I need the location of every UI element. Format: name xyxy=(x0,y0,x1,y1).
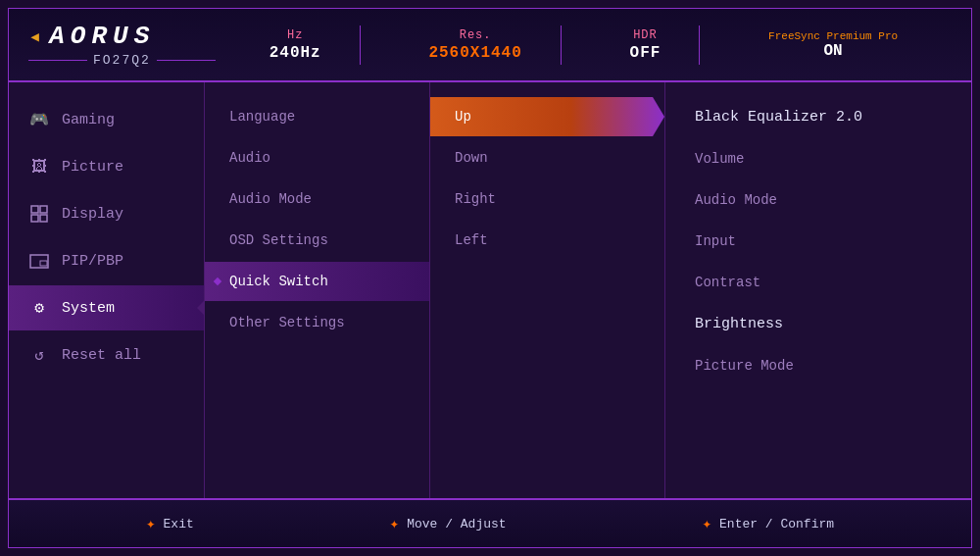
menu-item-quickswitch[interactable]: Quick Switch xyxy=(205,262,429,301)
nav-label-gaming: Gaming xyxy=(62,112,115,128)
nav-item-pip[interactable]: PIP/PBP xyxy=(9,238,204,283)
stat-freesync-value: ON xyxy=(823,42,842,60)
right-item-black-eq: Black Equalizer 2.0 xyxy=(690,97,947,137)
right-item-picture-mode: Picture Mode xyxy=(690,346,947,385)
middle-menu: Language Audio Audio Mode OSD Settings Q… xyxy=(205,82,430,498)
menu-label-audio-mode: Audio Mode xyxy=(229,191,312,207)
header: ◂ AORUS FO27Q2 Hz 240Hz Res. 2560X1440 H… xyxy=(9,9,971,82)
footer-move: ✦ Move / Adjust xyxy=(390,514,507,533)
stat-hdr-value: OFF xyxy=(630,44,662,62)
svg-rect-2 xyxy=(31,215,38,222)
picture-icon: 🖼 xyxy=(28,156,50,177)
stat-res-label: Res. xyxy=(460,28,492,42)
logo-section: ◂ AORUS FO27Q2 xyxy=(28,22,216,68)
footer-move-label: Move / Adjust xyxy=(407,517,506,531)
svg-rect-0 xyxy=(31,206,38,213)
right-label-input: Input xyxy=(695,233,736,249)
main-content: 🎮 Gaming 🖼 Picture Display xyxy=(9,82,971,498)
sub-label-up: Up xyxy=(455,109,471,125)
right-item-brightness: Brightness xyxy=(690,304,947,344)
menu-item-other[interactable]: Other Settings xyxy=(205,303,429,342)
display-icon xyxy=(28,203,50,225)
nav-item-gaming[interactable]: 🎮 Gaming xyxy=(9,97,204,142)
nav-item-display[interactable]: Display xyxy=(9,191,204,236)
system-icon: ⚙ xyxy=(28,297,50,319)
right-item-contrast: Contrast xyxy=(690,263,947,302)
pip-icon xyxy=(28,250,50,272)
model-line-right xyxy=(157,60,216,61)
nav-label-system: System xyxy=(62,300,115,317)
sub-item-up[interactable]: Up xyxy=(430,97,664,136)
right-item-audio-mode: Audio Mode xyxy=(690,180,947,220)
menu-label-other: Other Settings xyxy=(229,315,345,330)
logo: ◂ AORUS xyxy=(28,22,155,51)
footer: ✦ Exit ✦ Move / Adjust ✦ Enter / Confirm xyxy=(9,498,971,547)
sub-item-right[interactable]: Right xyxy=(430,179,664,219)
confirm-icon: ✦ xyxy=(702,514,711,533)
stat-hdr-label: HDR xyxy=(633,28,658,42)
menu-item-audio-mode[interactable]: Audio Mode xyxy=(205,179,429,219)
footer-exit: ✦ Exit xyxy=(146,514,194,533)
stat-freesync: FreeSync Premium Pro ON xyxy=(768,30,898,60)
footer-confirm-label: Enter / Confirm xyxy=(719,517,834,531)
menu-label-audio: Audio xyxy=(229,150,270,166)
stat-freesync-label: FreeSync Premium Pro xyxy=(768,30,898,42)
nav-item-system[interactable]: ⚙ System xyxy=(9,285,204,330)
nav-label-pip: PIP/PBP xyxy=(62,253,123,270)
reset-icon: ↺ xyxy=(28,344,50,366)
menu-item-language[interactable]: Language xyxy=(205,97,429,136)
model-tag: FO27Q2 xyxy=(28,53,216,68)
sub-label-down: Down xyxy=(455,150,488,166)
header-stats: Hz 240Hz Res. 2560X1440 HDR OFF FreeSync… xyxy=(216,28,952,62)
stat-hz: Hz 240Hz xyxy=(270,28,321,62)
nav-label-display: Display xyxy=(62,206,123,223)
logo-text: AORUS xyxy=(49,22,155,51)
gaming-icon: 🎮 xyxy=(28,109,50,130)
left-nav: 🎮 Gaming 🖼 Picture Display xyxy=(9,82,205,498)
right-label-picture-mode: Picture Mode xyxy=(695,358,794,374)
right-item-input: Input xyxy=(690,222,947,261)
right-label-audio-mode: Audio Mode xyxy=(695,192,777,208)
svg-rect-1 xyxy=(40,206,47,213)
sub-label-right: Right xyxy=(455,191,496,207)
svg-rect-3 xyxy=(40,215,47,222)
sub-label-left: Left xyxy=(455,232,488,248)
model-name: FO27Q2 xyxy=(93,53,151,68)
right-label-black-eq: Black Equalizer 2.0 xyxy=(695,109,862,126)
footer-confirm: ✦ Enter / Confirm xyxy=(702,514,834,533)
stat-hdr: HDR OFF xyxy=(630,28,662,62)
nav-item-reset[interactable]: ↺ Reset all xyxy=(9,332,204,378)
stat-hz-label: Hz xyxy=(287,28,303,42)
exit-icon: ✦ xyxy=(146,514,156,533)
right-label-volume: Volume xyxy=(695,151,744,167)
sub-menu: Up Down Right Left xyxy=(430,82,665,498)
sub-item-down[interactable]: Down xyxy=(430,138,664,177)
right-label-brightness: Brightness xyxy=(695,316,783,332)
right-panel: Black Equalizer 2.0 Volume Audio Mode In… xyxy=(665,82,971,498)
stat-res-value: 2560X1440 xyxy=(428,44,521,62)
menu-label-quickswitch: Quick Switch xyxy=(229,274,328,289)
main-window: ◂ AORUS FO27Q2 Hz 240Hz Res. 2560X1440 H… xyxy=(8,8,972,548)
active-dot xyxy=(214,278,221,285)
svg-rect-5 xyxy=(40,261,47,266)
model-line-left xyxy=(28,60,87,61)
nav-label-reset: Reset all xyxy=(62,347,141,364)
logo-triangle-icon: ◂ xyxy=(28,24,45,50)
nav-label-picture: Picture xyxy=(62,159,123,176)
menu-item-osd[interactable]: OSD Settings xyxy=(205,221,429,260)
right-label-contrast: Contrast xyxy=(695,275,760,290)
menu-label-osd: OSD Settings xyxy=(229,232,328,248)
stat-hz-value: 240Hz xyxy=(270,44,321,62)
footer-exit-label: Exit xyxy=(164,517,194,531)
nav-item-picture[interactable]: 🖼 Picture xyxy=(9,144,204,189)
menu-label-language: Language xyxy=(229,109,295,125)
menu-item-audio[interactable]: Audio xyxy=(205,138,429,177)
move-icon: ✦ xyxy=(390,514,400,533)
right-item-volume: Volume xyxy=(690,139,947,178)
sub-item-left[interactable]: Left xyxy=(430,221,664,260)
stat-res: Res. 2560X1440 xyxy=(428,28,521,62)
